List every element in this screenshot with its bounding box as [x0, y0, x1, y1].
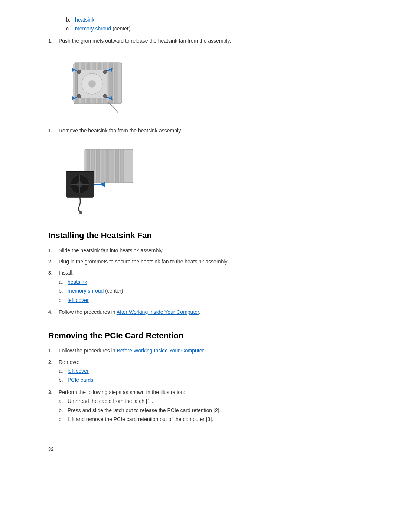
perform-sublist: a. Unthread the cable from the latch [1]… [59, 397, 353, 423]
install-step-2-content: Plug in the grommets to secure the heats… [59, 257, 353, 266]
intro-suffix-c: (center) [111, 26, 130, 32]
after-working-link[interactable]: After Working Inside Your Computer [117, 309, 199, 315]
install-step-4-text: Follow the procedures in [59, 309, 117, 315]
svg-point-15 [103, 94, 107, 98]
install-step-1-content: Slide the heatsink fan into heatsink ass… [59, 246, 353, 254]
remove-step-1-text: Follow the procedures in [59, 348, 117, 354]
step3-list: Push the grommets outward to release the… [48, 37, 353, 45]
remove-step-2-content: Remove: a. left cover b. PCIe cards [59, 358, 353, 385]
install-step-3-text: Install: [59, 270, 74, 276]
remove-step-1-suffix: . [203, 348, 205, 354]
remove-sub-a-label: a. [59, 367, 68, 375]
intro-label-c: c. [66, 24, 75, 33]
memory-shroud-link-intro[interactable]: memory shroud [75, 26, 111, 32]
svg-rect-32 [120, 149, 124, 183]
svg-point-14 [77, 94, 81, 98]
svg-rect-28 [101, 149, 104, 183]
svg-rect-29 [106, 149, 109, 183]
installing-steps-list: Slide the heatsink fan into heatsink ass… [48, 246, 353, 316]
install-step-2-text: Plug in the grommets to secure the heats… [59, 259, 228, 265]
step3-content: Push the grommets outward to release the… [59, 37, 353, 45]
remove-sub-a: a. left cover [59, 367, 353, 375]
svg-rect-31 [115, 149, 119, 183]
intro-text-c: memory shroud (center) [75, 24, 130, 33]
heatsink-link-install[interactable]: heatsink [68, 279, 87, 285]
intro-item-c: c. memory shroud (center) [66, 24, 353, 33]
step4-list: Remove the heatsink fan from the heatsin… [48, 127, 353, 135]
remove-step-2: Remove: a. left cover b. PCIe cards [48, 358, 353, 385]
heatsink-fan-removed-image [59, 142, 140, 216]
install-step-4-content: Follow the procedures in After Working I… [59, 308, 353, 316]
installing-heatsink-heading: Installing the Heatsink Fan [48, 231, 353, 240]
perform-sub-b-text: Press and slide the latch out to release… [68, 406, 221, 414]
remove-step-2-text: Remove: [59, 359, 79, 365]
intro-text-b: heatsink [75, 16, 94, 24]
remove-step-1: Follow the procedures in Before Working … [48, 347, 353, 355]
svg-point-11 [88, 80, 96, 88]
install-step-2: Plug in the grommets to secure the heats… [48, 257, 353, 266]
svg-rect-30 [111, 149, 114, 183]
memory-shroud-link-install[interactable]: memory shroud [68, 288, 104, 294]
remove-sub-a-text: left cover [68, 367, 89, 375]
intro-sublist: b. heatsink c. memory shroud (center) [66, 16, 353, 33]
perform-sub-c: c. Lift and remove the PCIe card retenti… [59, 415, 353, 423]
remove-step-3-text: Perform the following steps as shown in … [59, 389, 185, 395]
perform-sub-a-label: a. [59, 397, 68, 405]
install-step-1-text: Slide the heatsink fan into heatsink ass… [59, 247, 163, 253]
install-step-1: Slide the heatsink fan into heatsink ass… [48, 246, 353, 254]
step4-content: Remove the heatsink fan from the heatsin… [59, 127, 353, 135]
intro-item-b: b. heatsink [66, 16, 353, 24]
install-sub-a: a. heatsink [59, 278, 353, 286]
heatsink-fan-grommets-image [59, 52, 133, 118]
svg-point-12 [77, 70, 81, 74]
step4-text: Remove the heatsink fan from the heatsin… [59, 128, 182, 134]
install-step-3: Install: a. heatsink b. memory shroud (c… [48, 269, 353, 305]
install-sublist: a. heatsink b. memory shroud (center) c. [59, 278, 353, 304]
install-sub-b-text: memory shroud (center) [68, 287, 123, 295]
heatsink-image-1-container [59, 52, 353, 118]
install-step-4: Follow the procedures in After Working I… [48, 308, 353, 316]
svg-point-42 [79, 211, 82, 214]
remove-sub-b-label: b. [59, 376, 68, 384]
remove-sub-b: b. PCIe cards [59, 376, 353, 384]
install-sub-c: c. left cover [59, 296, 353, 304]
page-number: 32 [48, 446, 353, 452]
removing-pcie-heading: Removing the PCIe Card Retention [48, 331, 353, 341]
before-working-link[interactable]: Before Working Inside Your Computer [117, 348, 203, 354]
perform-sub-b-label: b. [59, 406, 68, 414]
intro-label-b: b. [66, 16, 75, 24]
install-sub-b-label: b. [59, 287, 68, 295]
left-cover-link-install[interactable]: left cover [68, 297, 89, 303]
heatsink-link-intro[interactable]: heatsink [75, 17, 94, 23]
svg-point-13 [103, 70, 107, 74]
remove-sublist: a. left cover b. PCIe cards [59, 367, 353, 384]
remove-step-3-content: Perform the following steps as shown in … [59, 388, 353, 424]
step4-item: Remove the heatsink fan from the heatsin… [48, 127, 353, 135]
perform-sub-c-text: Lift and remove the PCIe card retention … [68, 415, 213, 423]
remove-step-1-content: Follow the procedures in Before Working … [59, 347, 353, 355]
install-sub-c-text: left cover [68, 296, 89, 304]
install-sub-a-text: heatsink [68, 278, 87, 286]
remove-step-3: Perform the following steps as shown in … [48, 388, 353, 424]
install-sub-c-label: c. [59, 296, 68, 304]
perform-sub-c-label: c. [59, 415, 68, 423]
step3-item: Push the grommets outward to release the… [48, 37, 353, 45]
perform-sub-a-text: Unthread the cable from the latch [1]. [68, 397, 153, 405]
install-sub-b-suffix: (center) [104, 288, 123, 294]
svg-rect-27 [96, 149, 100, 183]
install-step-3-content: Install: a. heatsink b. memory shroud (c… [59, 269, 353, 305]
pcie-cards-link[interactable]: PCIe cards [68, 377, 93, 383]
svg-rect-8 [114, 63, 118, 104]
install-sub-b: b. memory shroud (center) [59, 287, 353, 295]
install-sub-a-label: a. [59, 278, 68, 286]
removing-steps-list: Follow the procedures in Before Working … [48, 347, 353, 424]
perform-sub-b: b. Press and slide the latch out to rele… [59, 406, 353, 414]
remove-sub-b-text: PCIe cards [68, 376, 93, 384]
page-content: b. heatsink c. memory shroud (center) Pu… [48, 16, 353, 452]
heatsink-image-2-container [59, 142, 353, 216]
left-cover-link-remove[interactable]: left cover [68, 368, 89, 374]
install-step-4-suffix: . [199, 309, 200, 315]
perform-sub-a: a. Unthread the cable from the latch [1]… [59, 397, 353, 405]
step3-text: Push the grommets outward to release the… [59, 38, 231, 44]
